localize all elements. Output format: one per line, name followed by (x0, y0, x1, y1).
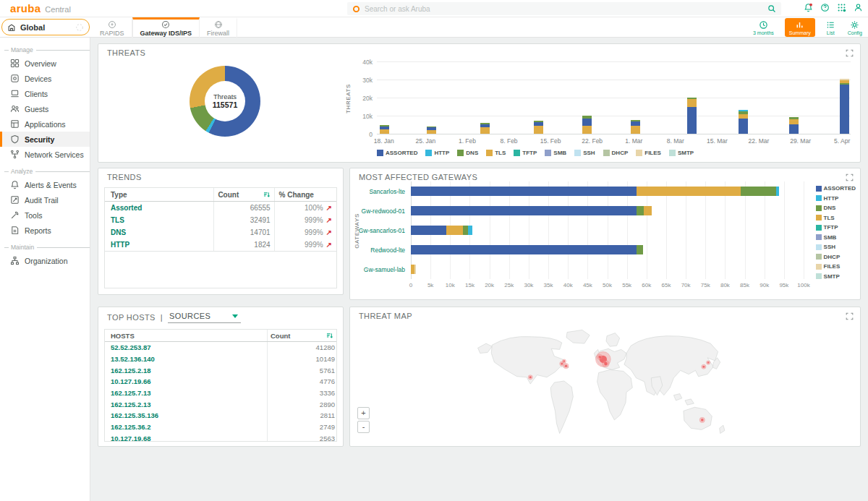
legend-item-tls[interactable]: TLS (486, 150, 506, 156)
sidebar-item-security[interactable]: Security (0, 132, 90, 147)
tab-rapids[interactable]: RAPIDS (93, 17, 132, 38)
sidebar-section-manage: Manage (0, 46, 90, 53)
threats-stacked-bar (789, 117, 799, 134)
host-row[interactable]: 10.127.19.664776 (105, 376, 336, 387)
security-tabs: RAPIDS Gateway IDS/IPS Firewall (93, 17, 237, 38)
host-row[interactable]: 162.125.2.185761 (105, 364, 336, 376)
gateways-panel: MOST AFFECTED GATEWAYS GATEWAYS Sancarlo… (349, 168, 861, 300)
legend-item-files[interactable]: FILES (816, 262, 856, 272)
gateway-stacked-bar (411, 187, 804, 196)
legend-item-http[interactable]: HTTP (425, 150, 449, 156)
trends-row-assorted[interactable]: Assorted66555100%↗ (105, 202, 336, 214)
hosts-source-selector[interactable]: SOURCES (168, 312, 241, 323)
host-row[interactable]: 13.52.136.14010149 (105, 354, 336, 365)
trends-row-http[interactable]: HTTP1824999%↗ (105, 239, 336, 251)
map-zoom-in-button[interactable]: + (357, 407, 370, 419)
scope-selector[interactable]: Global (1, 19, 90, 35)
legend-item-tls[interactable]: TLS (816, 213, 856, 223)
expand-icon[interactable] (846, 312, 854, 320)
y-tick: 40k (349, 59, 373, 66)
x-tick: 80k (720, 282, 730, 288)
legend-item-dhcp[interactable]: DHCP (816, 252, 856, 262)
threats-stacked-bar (582, 116, 592, 134)
sort-icon[interactable] (326, 332, 333, 340)
threats-stacked-bar (840, 79, 849, 134)
help-icon[interactable] (820, 3, 830, 12)
legend-item-dns[interactable]: DNS (457, 150, 478, 156)
y-tick: 20k (349, 95, 373, 102)
x-tick: 22. Mar (749, 137, 770, 145)
sidebar-item-applications[interactable]: Applications (0, 116, 90, 132)
x-tick: 15. Feb (540, 137, 561, 145)
legend-item-files[interactable]: FILES (636, 150, 661, 156)
legend-item-assorted[interactable]: ASSORTED (377, 150, 417, 156)
legend-item-smtp[interactable]: SMTP (816, 272, 856, 282)
legend-item-ssh[interactable]: SSH (574, 150, 595, 156)
legend-item-assorted[interactable]: ASSORTED (816, 184, 856, 194)
search-input[interactable] (365, 5, 763, 13)
tab-gateway-ids-ips[interactable]: Gateway IDS/IPS (132, 17, 200, 38)
time-range-button[interactable]: 3 months (752, 19, 775, 37)
host-row[interactable]: 162.125.36.22749 (105, 421, 336, 433)
legend-item-smtp[interactable]: SMTP (669, 150, 694, 156)
host-row[interactable]: 162.125.2.132890 (105, 398, 336, 410)
sidebar-item-overview[interactable]: Overview (0, 56, 90, 71)
host-row[interactable]: 162.125.7.133336 (105, 387, 336, 399)
sidebar-item-network-services[interactable]: Network Services (0, 147, 90, 162)
legend-item-dns[interactable]: DNS (816, 203, 856, 213)
host-row[interactable]: 52.52.253.8741280 (105, 342, 336, 354)
expand-icon[interactable] (846, 174, 854, 181)
legend-item-dhcp[interactable]: DHCP (603, 150, 629, 156)
gateway-label-redwood-lte[interactable]: Redwood-lte (350, 247, 405, 254)
sidebar-item-reports[interactable]: Reports (0, 223, 90, 238)
legend-item-tftp[interactable]: TFTP (514, 150, 537, 156)
gateways-title: MOST AFFECTED GATEWAYS (359, 173, 477, 181)
sidebar-item-guests[interactable]: Guests (0, 101, 90, 116)
sidebar-item-devices[interactable]: Devices (0, 71, 90, 86)
threats-legend: ASSORTEDHTTPDNSTLSTFTPSMBSSHDHCPFILESSMT… (377, 150, 694, 156)
legend-item-http[interactable]: HTTP (816, 194, 856, 204)
host-row[interactable]: 162.125.35.1362811 (105, 410, 336, 421)
x-tick: 22. Feb (582, 137, 603, 145)
sort-icon[interactable] (263, 191, 271, 199)
tab-firewall[interactable]: Firewall (200, 17, 237, 38)
apps-grid-icon[interactable] (837, 3, 846, 12)
sidebar-item-audit-trail[interactable]: Audit Trail (0, 192, 90, 207)
user-icon[interactable] (854, 3, 863, 12)
x-tick: 29. Mar (790, 137, 811, 145)
legend-item-smb[interactable]: SMB (816, 233, 856, 243)
hosts-header-row: HOSTS Count (105, 330, 336, 342)
summary-button[interactable]: Summary (785, 18, 815, 37)
rapids-icon (108, 20, 116, 29)
trends-row-tls[interactable]: TLS32491999%↗ (105, 214, 336, 226)
expand-icon[interactable] (846, 49, 854, 57)
legend-item-ssh[interactable]: SSH (816, 242, 856, 252)
trends-row-dns[interactable]: DNS14701999%↗ (105, 226, 336, 239)
gateway-label-gw-redwood-01[interactable]: Gw-redwood-01 (350, 207, 405, 215)
global-search[interactable] (347, 2, 781, 15)
gateway-label-gw-sancarlos-01[interactable]: Gw-sancarlos-01 (350, 227, 405, 234)
sidebar-item-organization[interactable]: Organization (0, 253, 90, 268)
map-zoom-out-button[interactable]: - (357, 421, 370, 433)
sidebar-item-tools[interactable]: Tools (0, 207, 90, 223)
sidebar-item-alerts-events[interactable]: Alerts & Events (0, 177, 90, 192)
x-tick: 90k (760, 282, 769, 288)
threats-stacked-bar (631, 120, 640, 134)
threat-map-panel: THREAT MAP + - (349, 307, 861, 447)
security-icon (10, 134, 20, 144)
threats-stacked-bar (427, 127, 436, 134)
legend-item-smb[interactable]: SMB (545, 150, 566, 156)
threats-stacked-bar (687, 98, 697, 134)
legend-item-tftp[interactable]: TFTP (816, 223, 856, 233)
chevron-down-icon (232, 314, 238, 318)
config-button[interactable]: Config (846, 19, 864, 37)
search-icon[interactable] (767, 4, 776, 13)
notifications-icon[interactable] (804, 3, 813, 12)
clock-history-icon (759, 20, 768, 30)
list-button[interactable]: List (825, 19, 837, 37)
host-row[interactable]: 10.127.19.682563 (105, 433, 336, 442)
gateway-label-sancarlos-lte[interactable]: Sancarlos-lte (350, 188, 405, 195)
gateway-label-gw-samuel-lab[interactable]: Gw-samuel-lab (350, 266, 405, 273)
sidebar-item-clients[interactable]: Clients (0, 86, 90, 101)
spinner-icon (75, 23, 84, 32)
